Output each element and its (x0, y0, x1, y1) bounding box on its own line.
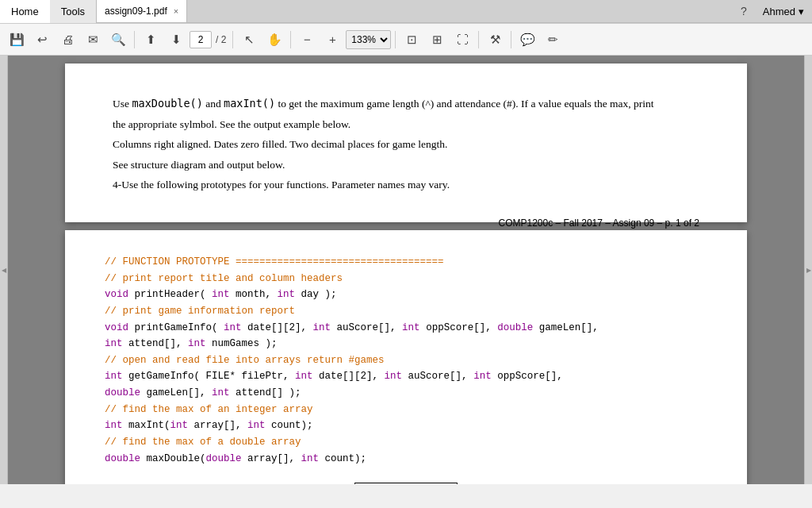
tab-close-icon[interactable]: × (174, 6, 178, 16)
comment-button[interactable]: 💬 (515, 28, 539, 52)
page1-line-1: Use maxDouble() and maxInt() to get the … (113, 95, 699, 113)
email-button[interactable]: ✉ (81, 28, 105, 52)
full-screen-button[interactable]: ⛶ (450, 28, 474, 52)
left-panel-toggle[interactable] (0, 56, 8, 484)
separator-1 (134, 31, 135, 48)
code-line-11: int maxInt(int array[], int count); (105, 418, 707, 434)
pdf-viewer[interactable]: Use maxDouble() and maxInt() to get the … (8, 56, 804, 484)
page1-line-2: the appropriate sylmbol. See the output … (113, 116, 699, 133)
separator-2 (232, 31, 233, 48)
code-line-10: // find the max of an integer array (105, 402, 707, 418)
code-line-4: // print game information report (105, 303, 707, 320)
separator-3 (290, 31, 291, 48)
code-line-9: double gameLen[], int attend[] ); (105, 385, 707, 402)
code-line-13: double maxDouble(double array[], int cou… (105, 451, 707, 468)
page1-line-3: Columns right aligned. Dates zero filled… (113, 136, 699, 153)
toolbar: 💾 ↩ 🖨 ✉ 🔍 ⬆ ⬇ / 2 ↖ ✋ − + 133% 100% 75% … (0, 24, 812, 56)
help-icon[interactable]: ? (733, 0, 755, 22)
print-button[interactable]: 🖨 (56, 28, 79, 52)
page-input[interactable] (190, 31, 212, 48)
undo-button[interactable]: ↩ (30, 28, 54, 52)
page1-line-5: 4-Use the following prototypes for your … (113, 176, 699, 194)
pdf-page-2: // FUNCTION PROTOTYPE ==================… (65, 230, 747, 484)
hand-tool-button[interactable]: ✋ (262, 28, 286, 52)
user-menu[interactable]: Ahmed ▾ (755, 6, 812, 17)
page1-line-4: See structure diagram and output below. (113, 156, 699, 174)
user-dropdown-icon: ▾ (799, 6, 804, 17)
main-content: Use maxDouble() and maxInt() to get the … (0, 56, 812, 484)
struct-title-label: Structure Diagram (354, 483, 458, 484)
code-line-3: void printHeader( int month, int day ); (105, 287, 707, 303)
page-separator: / 2 (213, 34, 228, 45)
fit-page-button[interactable]: ⊡ (400, 28, 423, 52)
page1-content: Use maxDouble() and maxInt() to get the … (113, 95, 699, 194)
zoom-in-button[interactable]: + (320, 28, 344, 52)
separator-6 (511, 31, 511, 48)
zoom-select[interactable]: 133% 100% 75% 150% 200% (346, 30, 391, 49)
code-line-12: // find the max of a double array (105, 434, 707, 451)
menu-home[interactable]: Home (0, 0, 50, 23)
save-button[interactable]: 💾 (5, 28, 29, 52)
nav-down-button[interactable]: ⬇ (164, 28, 188, 52)
code-line-7: // open and read file into arrays return… (105, 352, 707, 369)
menu-tools[interactable]: Tools (50, 0, 96, 23)
code-line-6: int attend[], int numGames ); (105, 336, 707, 352)
page-nav: / 2 (190, 31, 228, 48)
pdf-tab[interactable]: assign09-1.pdf × (97, 0, 187, 22)
code-line-1: // FUNCTION PROTOTYPE ==================… (105, 254, 707, 271)
select-tool-button[interactable]: ↖ (237, 28, 261, 52)
separator-5 (478, 31, 479, 48)
right-panel-toggle[interactable] (804, 56, 812, 484)
tab-filename: assign09-1.pdf (105, 6, 167, 17)
pdf-page-1: Use maxDouble() and maxInt() to get the … (65, 64, 747, 222)
code-block: // FUNCTION PROTOTYPE ==================… (105, 254, 707, 467)
search-button[interactable]: 🔍 (106, 28, 130, 52)
code-line-2: // print report title and column headers (105, 271, 707, 287)
code-line-5: void printGameInfo( int date[][2], int a… (105, 320, 707, 337)
tools-button[interactable]: ⚒ (483, 28, 507, 52)
nav-up-button[interactable]: ⬆ (139, 28, 163, 52)
structure-diagram: Structure Diagram main (105, 483, 707, 484)
code-line-8: int getGameInfo( FILE* filePtr, int date… (105, 368, 707, 385)
separator-4 (395, 31, 396, 48)
menu-bar: Home Tools assign09-1.pdf × ? Ahmed ▾ (0, 0, 812, 24)
username-label: Ahmed (763, 6, 795, 17)
draw-button[interactable]: ✏ (541, 28, 565, 52)
fit-width-button[interactable]: ⊞ (425, 28, 449, 52)
zoom-out-button[interactable]: − (295, 28, 319, 52)
page1-footer: COMP1200c – Fall 2017 – Assign 09 – p. 1… (113, 217, 699, 229)
